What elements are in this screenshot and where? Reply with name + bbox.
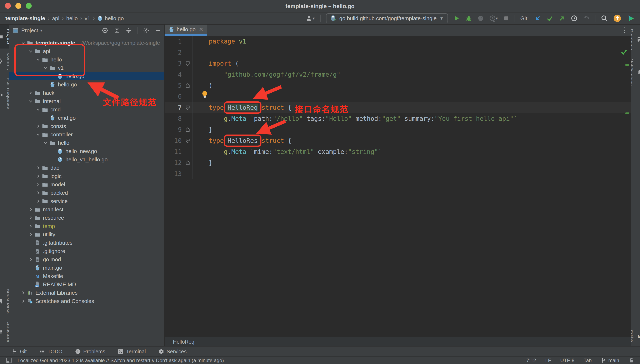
tree-item-temp[interactable]: temp xyxy=(9,222,164,230)
tool-window-button-git[interactable]: Git xyxy=(12,348,27,355)
tree-chevron-icon[interactable] xyxy=(35,199,41,204)
tree-item-consts[interactable]: consts xyxy=(9,122,164,130)
breadcrumb-item[interactable]: v1 xyxy=(85,15,90,22)
code-line-1[interactable]: 1package v1 xyxy=(165,36,631,47)
tree-item-dao[interactable]: dao xyxy=(9,164,164,172)
code-line-6[interactable]: 6 xyxy=(165,91,631,102)
code-line-3[interactable]: 3import ( xyxy=(165,58,631,69)
tree-chevron-icon[interactable] xyxy=(43,140,49,145)
code-line-12[interactable]: 12} xyxy=(165,157,631,168)
debug-button[interactable] xyxy=(465,15,472,22)
line-number[interactable]: 5 xyxy=(165,80,183,91)
tree-chevron-icon[interactable] xyxy=(35,124,41,129)
line-number[interactable]: 7 xyxy=(165,102,183,113)
tree-item-v1[interactable]: v1 xyxy=(9,64,164,72)
editor-breadcrumb-item[interactable]: HelloReq xyxy=(173,339,194,345)
search-everywhere-button[interactable] xyxy=(601,15,608,22)
run-configuration-select[interactable]: go build github.com/gogf/template-single… xyxy=(326,13,448,23)
profiler-button[interactable]: ▾ xyxy=(489,15,498,22)
tree-item--gitattributes[interactable]: .gitattributes xyxy=(9,239,164,247)
tree-item-hello-new-go[interactable]: hello_new.go xyxy=(9,147,164,155)
breadcrumb-item[interactable]: hello.go xyxy=(105,15,124,22)
run-with-coverage-button[interactable] xyxy=(477,15,484,22)
tree-item-cmd[interactable]: cmd xyxy=(9,105,164,114)
settings-gear-icon[interactable] xyxy=(143,27,150,34)
line-number[interactable]: 8 xyxy=(165,113,183,124)
history-button[interactable] xyxy=(571,15,577,22)
code-line-2[interactable]: 2 xyxy=(165,47,631,58)
code-line-10[interactable]: 10type HelloRes struct { xyxy=(165,135,631,146)
push-button[interactable] xyxy=(559,15,565,22)
inspections-ok-icon[interactable] xyxy=(620,48,627,57)
tool-window-button-todo[interactable]: TODO xyxy=(39,348,63,355)
locate-file-button[interactable] xyxy=(102,27,108,34)
fold-marker-icon[interactable] xyxy=(183,124,193,135)
tree-chevron-icon[interactable] xyxy=(35,57,41,62)
line-number[interactable]: 4 xyxy=(165,69,183,80)
tree-item-logic[interactable]: logic xyxy=(9,172,164,180)
status-widget[interactable]: LF xyxy=(545,358,551,364)
line-number[interactable]: 13 xyxy=(165,168,183,179)
tree-item-api[interactable]: api xyxy=(9,47,164,56)
code-line-4[interactable]: 4 "github.com/gogf/gf/v2/frame/g" xyxy=(165,69,631,80)
tree-item--gitignore[interactable]: .gitignore xyxy=(9,247,164,255)
line-number[interactable]: 6 xyxy=(165,91,183,102)
tree-item-hack[interactable]: hack xyxy=(9,89,164,97)
tree-item-hello[interactable]: hello xyxy=(9,139,164,147)
line-number[interactable]: 10 xyxy=(165,135,183,146)
line-number[interactable]: 11 xyxy=(165,146,183,157)
tree-item-hello[interactable]: hello xyxy=(9,56,164,64)
plugin-logo-icon[interactable] xyxy=(627,14,634,22)
line-number[interactable]: 12 xyxy=(165,157,183,168)
tree-item-main-go[interactable]: main.go xyxy=(9,264,164,272)
code-line-5[interactable]: 5) xyxy=(165,80,631,91)
tree-chevron-icon[interactable] xyxy=(28,224,34,229)
run-button[interactable] xyxy=(453,15,460,22)
line-number[interactable]: 2 xyxy=(165,47,183,58)
line-number[interactable]: 9 xyxy=(165,124,183,135)
close-tab-icon[interactable]: ✕ xyxy=(199,27,203,32)
tree-chevron-icon[interactable] xyxy=(28,207,34,212)
tree-item-controller[interactable]: controller xyxy=(9,130,164,139)
tree-chevron-icon[interactable] xyxy=(20,290,26,295)
stop-button[interactable] xyxy=(503,16,509,21)
status-widget[interactable]: 7:12 xyxy=(526,358,536,364)
tree-item-go-mod[interactable]: go.mod xyxy=(9,255,164,264)
collapse-all-button[interactable] xyxy=(125,27,132,34)
breadcrumb-item[interactable]: api xyxy=(52,15,59,22)
tree-chevron-icon[interactable] xyxy=(28,99,34,104)
tree-chevron-icon[interactable] xyxy=(28,257,34,262)
rollback-button[interactable] xyxy=(583,15,589,22)
breadcrumb-item[interactable]: template-single xyxy=(6,15,45,22)
expand-all-button[interactable] xyxy=(114,27,120,34)
code-line-11[interactable]: 11 g.Meta `mime:"text/html" example:"str… xyxy=(165,146,631,157)
tree-item-resource[interactable]: resource xyxy=(9,214,164,222)
tree-chevron-icon[interactable] xyxy=(28,49,34,54)
tree-item-hello-go[interactable]: hello.go xyxy=(9,80,164,89)
commit-button[interactable] xyxy=(546,15,553,22)
fold-marker-icon[interactable] xyxy=(183,80,193,91)
tree-item-hello-go[interactable]: hello.go xyxy=(9,72,164,80)
tree-chevron-icon[interactable] xyxy=(35,107,41,112)
tree-item-hello-v1-hello-go[interactable]: hello_v1_hello.go xyxy=(9,155,164,164)
user-account-icon[interactable]: ▾ xyxy=(306,15,315,22)
tree-chevron-icon[interactable] xyxy=(28,215,34,220)
ide-update-icon[interactable] xyxy=(613,14,621,22)
chevron-down-icon[interactable]: ▾ xyxy=(40,28,42,33)
tool-window-button-services[interactable]: Services xyxy=(158,348,187,355)
tree-chevron-icon[interactable] xyxy=(35,182,41,187)
code-line-9[interactable]: 9} xyxy=(165,124,631,135)
fold-marker-icon[interactable] xyxy=(183,135,193,146)
tree-item-makefile[interactable]: MMakefile xyxy=(9,272,164,280)
git-branch-widget[interactable]: main xyxy=(601,358,619,364)
tool-window-button-terminal[interactable]: Terminal xyxy=(118,348,146,355)
status-widget[interactable]: Tab xyxy=(583,358,592,364)
tree-item-utility[interactable]: utility xyxy=(9,230,164,239)
tree-chevron-icon[interactable] xyxy=(35,174,41,179)
tree-item-external-libraries[interactable]: External Libraries xyxy=(9,288,164,297)
hide-panel-button[interactable] xyxy=(155,28,161,33)
code-line-13[interactable]: 13 xyxy=(165,168,631,179)
tree-chevron-icon[interactable] xyxy=(43,66,49,70)
update-project-button[interactable] xyxy=(534,15,541,22)
tree-item-readme-md[interactable]: MDREADME.MD xyxy=(9,280,164,288)
